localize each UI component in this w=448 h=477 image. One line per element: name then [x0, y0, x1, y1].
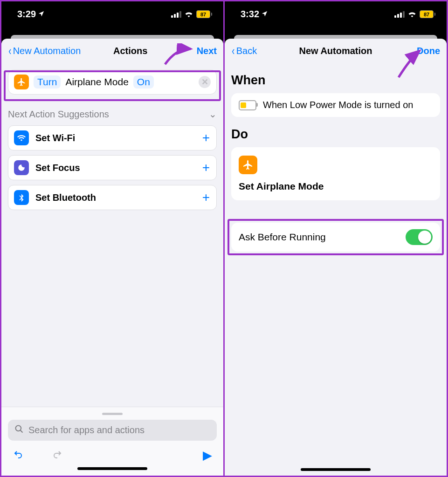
- ask-label: Ask Before Running: [239, 232, 326, 243]
- chevron-down-icon: ⌄: [209, 109, 217, 120]
- wifi-icon: [184, 9, 193, 20]
- back-button[interactable]: ‹ New Automation: [8, 45, 81, 57]
- suggestion-set-bluetooth[interactable]: Set Bluetooth +: [8, 185, 217, 210]
- svg-rect-6: [394, 15, 396, 18]
- grabber-icon[interactable]: [102, 413, 123, 415]
- moon-icon: [14, 160, 29, 175]
- svg-line-5: [21, 430, 23, 433]
- status-time: 3:32: [241, 9, 259, 20]
- home-indicator[interactable]: [301, 468, 371, 471]
- clear-action-button[interactable]: ✕: [199, 76, 211, 88]
- location-icon: [38, 10, 45, 19]
- ask-before-running-row[interactable]: Ask Before Running: [231, 223, 440, 252]
- current-action-card[interactable]: Turn Airplane Mode On ✕: [8, 69, 217, 95]
- status-bar: 3:29 87: [1, 1, 223, 28]
- when-condition-label: When Low Power Mode is turned on: [263, 100, 413, 110]
- svg-rect-7: [397, 14, 399, 18]
- battery-indicator: 87: [196, 10, 212, 18]
- back-label: Back: [236, 46, 257, 56]
- bottom-panel: Search for apps and actions ▶: [1, 407, 223, 476]
- redo-button: [52, 449, 63, 463]
- suggestion-label: Set Wi-Fi: [35, 133, 75, 143]
- cell-signal-icon: [394, 11, 405, 18]
- undo-button[interactable]: [13, 449, 24, 463]
- svg-rect-9: [403, 11, 405, 18]
- do-action-card[interactable]: Set Airplane Mode: [231, 147, 440, 200]
- status-bar: 3:32 87: [225, 1, 447, 28]
- nav-bar: ‹ New Automation Actions Next: [1, 39, 223, 63]
- airplane-icon: [14, 75, 29, 89]
- battery-indicator: 87: [420, 10, 435, 18]
- do-action-label: Set Airplane Mode: [239, 181, 433, 192]
- nav-title: New Automation: [299, 46, 372, 56]
- back-button[interactable]: ‹ Back: [231, 45, 257, 57]
- action-verb-token[interactable]: Turn: [34, 75, 61, 89]
- ask-toggle[interactable]: [406, 229, 433, 245]
- search-icon: [14, 424, 24, 436]
- done-button[interactable]: Done: [417, 46, 440, 56]
- suggestion-label: Set Bluetooth: [35, 192, 96, 203]
- svg-rect-1: [174, 14, 176, 18]
- svg-rect-2: [177, 13, 179, 18]
- next-button[interactable]: Next: [197, 46, 217, 56]
- suggestions-header[interactable]: Next Action Suggestions ⌄: [8, 109, 217, 120]
- suggestions-header-label: Next Action Suggestions: [8, 109, 109, 120]
- chevron-left-icon: ‹: [8, 45, 11, 57]
- plus-icon: +: [202, 160, 210, 175]
- airplane-icon: [239, 156, 257, 174]
- suggestion-set-focus[interactable]: Set Focus +: [8, 155, 217, 180]
- action-subject: Airplane Mode: [65, 76, 128, 88]
- home-indicator[interactable]: [77, 467, 147, 470]
- when-condition-card[interactable]: When Low Power Mode is turned on: [231, 93, 440, 117]
- action-state-token[interactable]: On: [133, 75, 154, 89]
- search-placeholder: Search for apps and actions: [28, 425, 145, 436]
- search-input[interactable]: Search for apps and actions: [8, 420, 217, 441]
- suggestions-list: Set Wi-Fi + Set Focus + Se: [8, 125, 217, 210]
- play-button[interactable]: ▶: [203, 448, 212, 463]
- svg-rect-8: [400, 13, 402, 18]
- wifi-icon: [407, 9, 417, 20]
- suggestion-label: Set Focus: [35, 163, 80, 173]
- location-icon: [261, 10, 268, 19]
- plus-icon: +: [202, 130, 210, 145]
- svg-rect-3: [179, 11, 181, 18]
- plus-icon: +: [202, 190, 210, 205]
- wifi-icon: [14, 130, 29, 145]
- svg-point-4: [16, 426, 21, 431]
- nav-bar: ‹ Back New Automation Done: [225, 39, 447, 63]
- section-do-title: Do: [231, 127, 440, 142]
- phone-right: 3:32 87 ‹: [225, 1, 447, 476]
- battery-low-icon: [239, 100, 256, 110]
- suggestion-set-wifi[interactable]: Set Wi-Fi +: [8, 125, 217, 150]
- back-label: New Automation: [13, 46, 81, 56]
- cell-signal-icon: [171, 11, 181, 18]
- bluetooth-icon: [14, 190, 29, 205]
- svg-rect-0: [171, 15, 173, 18]
- section-when-title: When: [231, 73, 440, 88]
- nav-title: Actions: [113, 46, 147, 56]
- chevron-left-icon: ‹: [232, 45, 234, 57]
- phone-left: 3:29 87 ‹: [1, 1, 225, 476]
- status-time: 3:29: [17, 9, 36, 20]
